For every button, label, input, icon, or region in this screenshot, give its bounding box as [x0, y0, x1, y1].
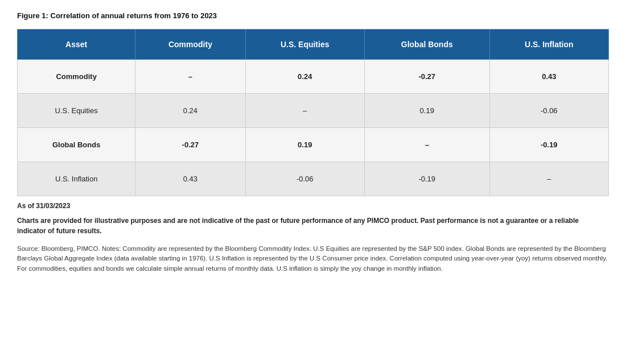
correlation-table: Asset Commodity U.S. Equities Global Bon… — [17, 29, 609, 196]
cell-global-bonds: 0.19 — [364, 94, 489, 128]
cell-us-inflation: -0.19 — [489, 128, 608, 162]
cell-global-bonds: -0.27 — [364, 60, 489, 94]
header-global-bonds: Global Bonds — [364, 30, 489, 60]
disclaimer-text: Charts are provided for illustrative pur… — [17, 216, 609, 236]
source-text: Source: Bloomberg, PIMCO. Notes: Commodi… — [17, 244, 609, 274]
cell-asset: U.S. Inflation — [18, 162, 135, 196]
figure-title: Figure 1: Correlation of annual returns … — [17, 11, 609, 20]
cell-commodity: -0.27 — [135, 128, 245, 162]
as-of-date: As of 31/03/2023 — [17, 202, 609, 210]
table-row: U.S. Inflation0.43-0.06-0.19– — [18, 162, 609, 196]
table-header-row: Asset Commodity U.S. Equities Global Bon… — [18, 30, 609, 60]
cell-us-inflation: 0.43 — [489, 60, 608, 94]
cell-commodity: – — [135, 60, 245, 94]
header-us-equities: U.S. Equities — [245, 30, 364, 60]
cell-us-inflation: -0.06 — [489, 94, 608, 128]
cell-asset: Commodity — [18, 60, 135, 94]
table-row: U.S. Equities0.24–0.19-0.06 — [18, 94, 609, 128]
cell-us-equities: 0.19 — [245, 128, 364, 162]
cell-us-equities: – — [245, 94, 364, 128]
header-asset: Asset — [18, 30, 135, 60]
header-us-inflation: U.S. Inflation — [489, 30, 608, 60]
cell-commodity: 0.24 — [135, 94, 245, 128]
cell-asset: Global Bonds — [18, 128, 135, 162]
cell-global-bonds: – — [364, 128, 489, 162]
cell-us-equities: -0.06 — [245, 162, 364, 196]
cell-commodity: 0.43 — [135, 162, 245, 196]
cell-us-inflation: – — [489, 162, 608, 196]
cell-us-equities: 0.24 — [245, 60, 364, 94]
table-row: Commodity–0.24-0.270.43 — [18, 60, 609, 94]
table-row: Global Bonds-0.270.19–-0.19 — [18, 128, 609, 162]
cell-global-bonds: -0.19 — [364, 162, 489, 196]
header-commodity: Commodity — [135, 30, 245, 60]
cell-asset: U.S. Equities — [18, 94, 135, 128]
